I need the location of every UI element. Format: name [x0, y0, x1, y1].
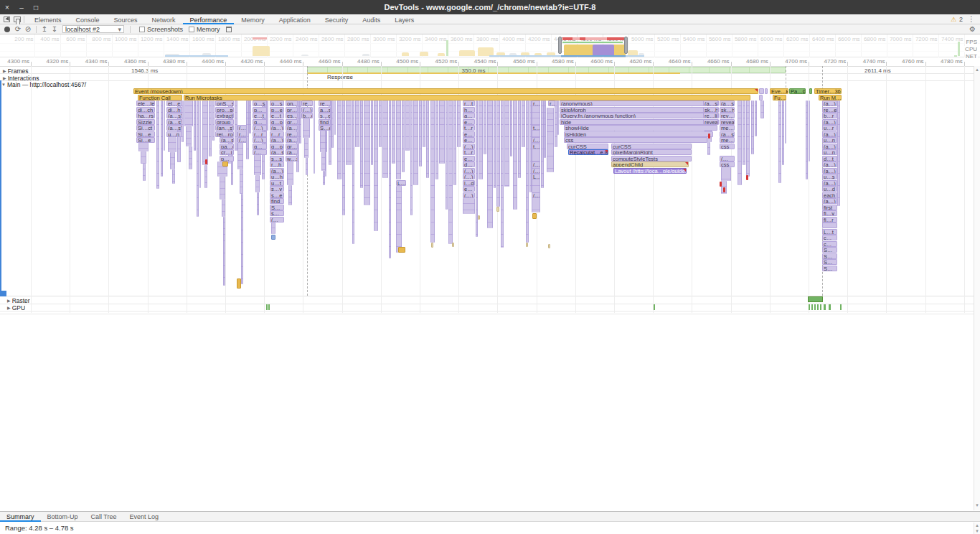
flame-column[interactable] [430, 100, 435, 243]
tab-security[interactable]: Security [318, 14, 356, 24]
flame-bar[interactable]: r…r [253, 131, 267, 137]
flame-column[interactable] [392, 100, 395, 164]
flame-column[interactable] [240, 169, 243, 194]
flame-column[interactable] [463, 198, 475, 214]
flame-column[interactable] [518, 100, 521, 178]
flame-column[interactable] [402, 100, 405, 172]
flame-column[interactable] [544, 100, 546, 158]
flame-bar[interactable]: S… [822, 259, 837, 265]
flame-bar[interactable]: css [720, 161, 735, 167]
flame-bar[interactable]: c… [822, 235, 837, 240]
flame-column[interactable] [172, 169, 175, 184]
flame-column[interactable] [164, 100, 165, 151]
flame-bar[interactable]: (a…s) [286, 149, 298, 155]
flame-bar[interactable]: (a…) [270, 125, 284, 131]
flame-column[interactable] [220, 177, 225, 200]
flame-column[interactable] [237, 143, 243, 169]
flame-column[interactable] [743, 100, 745, 165]
flame-column[interactable] [541, 100, 544, 188]
flame-bar[interactable]: Eve…k) [770, 88, 788, 94]
flame-bar[interactable]: (a…) [822, 144, 837, 149]
flame-column[interactable] [760, 100, 764, 118]
flame-bar[interactable]: rej…ror [215, 131, 234, 137]
flame-bar[interactable]: s…y [270, 186, 284, 192]
flame-bar[interactable]: u…r [822, 125, 837, 131]
flame-column[interactable] [257, 192, 259, 215]
flame-bar[interactable]: (a…) [286, 137, 298, 143]
tab-network[interactable]: Network [145, 14, 183, 24]
flame-bar[interactable]: fi…r [822, 217, 837, 222]
flame-bar[interactable]: r…r [270, 131, 284, 137]
flame-bar[interactable]: u…h [270, 174, 284, 179]
flame-bar[interactable]: reveal [720, 119, 735, 125]
flame-bar[interactable]: d…t [822, 156, 837, 161]
clear-button[interactable]: ⊘ [23, 25, 33, 34]
flame-column[interactable] [262, 100, 265, 179]
flame-column[interactable] [364, 100, 370, 205]
flame-bar[interactable]: p… [220, 156, 234, 161]
flame-column[interactable] [321, 152, 326, 171]
flame-bar[interactable]: e… [463, 131, 475, 137]
flame-bar[interactable]: u…t [270, 180, 284, 186]
flame-bar[interactable]: (… [532, 161, 540, 167]
flame-bar[interactable]: g… [253, 144, 267, 149]
flame-bar[interactable]: find [319, 119, 331, 125]
flame-column[interactable] [254, 155, 261, 175]
more-menu-icon[interactable]: ⋮ [966, 15, 977, 23]
flame-bar[interactable]: g… [253, 119, 267, 125]
track-raster[interactable]: ▶Raster [7, 297, 30, 304]
flame-bar[interactable]: onS…ss [215, 100, 234, 106]
flame-bar[interactable]: di…ch [136, 107, 155, 113]
flame-bar[interactable]: cr…i [220, 149, 234, 155]
details-tab-bottom-up[interactable]: Bottom-Up [41, 511, 85, 522]
flame-bar[interactable]: (… [720, 156, 735, 161]
flame-column[interactable] [346, 100, 352, 165]
flame-bar[interactable]: find [270, 198, 284, 204]
flame-column[interactable] [484, 100, 486, 154]
flame-bar[interactable]: (a…) [822, 100, 837, 106]
flame-bar[interactable]: (…) [253, 137, 267, 143]
flame-column[interactable] [738, 100, 742, 185]
flame-column[interactable] [435, 100, 438, 179]
flame-bar[interactable]: (…) [463, 144, 475, 149]
flame-column[interactable] [267, 100, 268, 131]
garbage-collect-icon[interactable] [226, 27, 232, 32]
flame-column[interactable] [522, 100, 525, 147]
flame-bar[interactable]: first [822, 205, 837, 210]
flame-bar[interactable] [822, 222, 837, 228]
flame-column[interactable] [746, 100, 750, 177]
flame-bar[interactable]: (a…) [822, 198, 837, 204]
flame-bar[interactable]: (… [237, 137, 247, 143]
flame-column[interactable] [161, 100, 163, 177]
flame-bar[interactable]: jQuery.fn.(anonymous function) [560, 113, 719, 118]
flame-column[interactable] [143, 164, 146, 181]
flame-column[interactable] [532, 100, 540, 212]
flame-bar[interactable]: Layout (http://loca…ple/guide.js:5718) [613, 168, 687, 174]
flame-bar[interactable]: pixelMarginRight [611, 149, 692, 155]
tab-console[interactable]: Console [69, 14, 107, 24]
flame-special-block[interactable] [398, 247, 405, 253]
flame-bar[interactable]: (a…) [822, 119, 837, 125]
flame-bar[interactable]: re…nt [301, 100, 313, 106]
flame-bar[interactable]: (a…) [270, 168, 284, 174]
flame-bar[interactable]: t…r [463, 125, 475, 131]
flame-column[interactable] [228, 100, 232, 164]
flame-column[interactable] [529, 100, 532, 192]
flame-bar[interactable]: S… [822, 247, 837, 253]
flame-bar[interactable]: Run Microtasks [184, 95, 750, 100]
device-toolbar-icon[interactable] [14, 17, 21, 22]
flame-bar[interactable]: re…e [822, 107, 837, 113]
flame-column[interactable] [457, 100, 461, 147]
flame-bar[interactable]: g…p [270, 119, 284, 125]
flame-column[interactable] [231, 100, 233, 185]
flame-column[interactable] [194, 100, 196, 151]
flame-column[interactable] [209, 100, 212, 156]
flame-column[interactable] [202, 100, 208, 165]
flame-bar[interactable]: b…r [822, 113, 837, 118]
flame-column[interactable] [496, 100, 500, 207]
flame-column[interactable] [510, 100, 512, 156]
flame-column[interactable] [249, 100, 251, 134]
flame-bar[interactable]: s…e [270, 192, 284, 198]
flame-column[interactable] [374, 100, 378, 231]
reload-and-profile-button[interactable]: ⟳ [13, 25, 23, 34]
